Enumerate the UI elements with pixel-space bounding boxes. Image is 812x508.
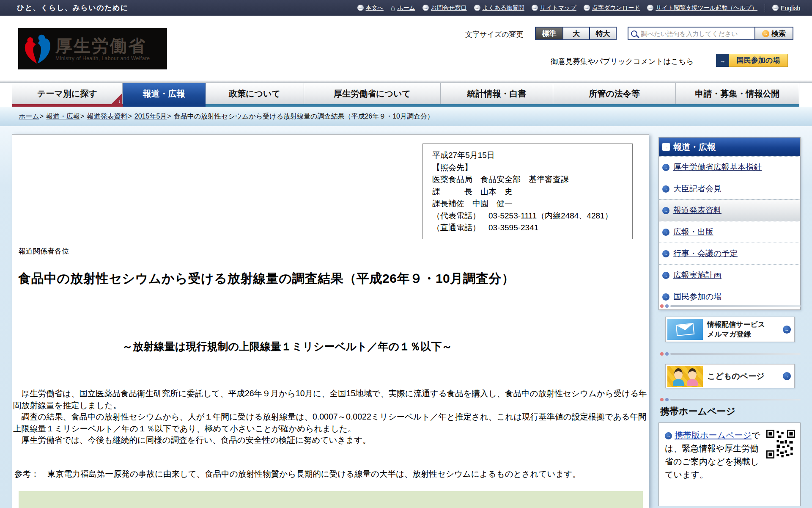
font-size-xlarge-button[interactable]: 特大	[589, 28, 616, 39]
search-box	[628, 27, 755, 40]
sidebar-separator	[660, 304, 801, 308]
tab-press-pr[interactable]: 報道・広報	[123, 83, 206, 104]
search-icon	[631, 30, 637, 37]
chevron-down-icon: ↓	[118, 98, 121, 104]
arrow-square-icon: →	[662, 143, 670, 151]
logo-subtitle: Ministry of Health, Labour and Welfare	[55, 55, 150, 61]
topbar-link-english[interactable]: → English	[772, 5, 800, 11]
arrow-circle-icon: →	[422, 5, 429, 11]
arrow-circle-icon: →	[662, 250, 669, 257]
mobile-homepage-link[interactable]: 携帯版ホームページ	[675, 431, 752, 440]
topbar-link-sitemap[interactable]: → サイトマップ	[532, 4, 576, 12]
salutation: 報道関係者各位	[19, 246, 69, 256]
envelope-icon	[667, 319, 703, 340]
sidebar-press-menu: → 報道・広報 → 厚生労働省広報基本指針 → 大臣記者会見 → 報道発表資料 …	[658, 137, 801, 310]
topbar-links: → 本文へ ⌂ ホーム → お問合せ窓口 → よくある御質問 → サイトマップ …	[357, 4, 800, 12]
breadcrumb-2015-05[interactable]: 2015年5月	[134, 112, 167, 121]
main-content-panel: 平成27年5月15日 【照会先】 医薬食品局 食品安全部 基準審査課 課 長 山…	[12, 134, 649, 508]
kids-icon	[667, 366, 703, 387]
arrow-square-icon: →	[716, 54, 729, 67]
arrow-circle-icon: →	[783, 372, 791, 380]
font-size-label: 文字サイズの変更	[465, 30, 524, 39]
public-comment-text: 御意見募集やパブリックコメントはこちら	[551, 56, 694, 66]
tab-theme-search[interactable]: テーマ別に探す ↓	[12, 83, 123, 104]
topbar-link-home[interactable]: ⌂ ホーム	[391, 4, 415, 12]
arrow-circle-icon: →	[762, 30, 769, 37]
sidebar-separator	[660, 352, 801, 356]
sidebar-item-events-schedule[interactable]: → 行事・会議の予定	[659, 243, 800, 264]
arrow-circle-icon: →	[783, 326, 791, 334]
site-header: 厚生労働省 Ministry of Health, Labour and Wel…	[0, 16, 812, 80]
press-contact-box: 平成27年5月15日 【照会先】 医薬食品局 食品安全部 基準審査課 課 長 山…	[422, 144, 633, 239]
contact-bureau: 医薬食品局 食品安全部 基準審査課	[432, 174, 630, 186]
page-subtitle: ～放射線量は現行規制の上限線量１ミリシーベルト／年の１％以下～	[12, 340, 562, 353]
release-date: 平成27年5月15日	[432, 149, 630, 162]
tab-policy[interactable]: 政策について	[206, 83, 304, 104]
body-text: 厚生労働省は、国立医薬品食品衛生研究所に委託して、平成26年９月から10月に、全…	[13, 388, 648, 446]
kids-page-banner[interactable]: こどものページ →	[665, 364, 795, 388]
sidebar-item-press-releases[interactable]: → 報道発表資料	[659, 199, 800, 221]
nav-tabs: テーマ別に探す ↓ 報道・広報 政策について 厚生労働省について 統計情報・白書…	[12, 83, 812, 104]
topbar-link-main-content[interactable]: → 本文へ	[357, 4, 384, 12]
mobile-homepage-box: →携帯版ホームページでは、緊急情報や厚生労働省のご案内などを掲載しています。	[658, 422, 801, 506]
tab-statistics[interactable]: 統計情報・白書	[441, 83, 553, 104]
mailmagazine-banner[interactable]: 情報配信サービス メルマガ登録 →	[665, 317, 795, 342]
reference-note: 参考： 東京電力福島第一原発の事故に由来して、食品中の放射性物質から長期的に受け…	[14, 468, 648, 480]
site-search: → 検索	[628, 27, 793, 40]
logo-title: 厚生労働省	[55, 36, 150, 55]
arrow-circle-icon: →	[474, 5, 480, 11]
sidebar-item-minister-press-conference[interactable]: → 大臣記者会見	[659, 178, 800, 199]
arrow-circle-icon: →	[772, 5, 779, 11]
arrow-circle-icon: →	[662, 164, 669, 171]
arrow-circle-icon: →	[532, 5, 538, 11]
topbar-link-contact[interactable]: → お問合せ窓口	[422, 4, 467, 12]
tab-about-mhlw[interactable]: 厚生労働省について	[304, 83, 441, 104]
arrow-circle-icon: →	[662, 293, 669, 301]
contact-phone-main: （代表電話） 03-5253-1111（内線2484、4281）	[432, 210, 630, 222]
font-size-switcher: 標準 大 特大	[535, 27, 617, 40]
topbar-link-braille-download[interactable]: → 点字ダウンロード	[584, 4, 640, 12]
search-input[interactable]	[640, 30, 752, 38]
contact-director: 課 長 山本 史	[432, 186, 630, 198]
contact-heading: 【照会先】	[432, 162, 630, 174]
sidebar-separator	[660, 398, 801, 401]
breadcrumb-press-releases[interactable]: 報道発表資料	[87, 112, 127, 121]
mobile-homepage-heading: 携帯ホームページ	[660, 405, 735, 418]
summary-table-header-band	[19, 491, 643, 508]
public-participation-button[interactable]: → 国民参加の場	[716, 54, 788, 67]
sidebar-menu-header: → 報道・広報	[659, 138, 800, 156]
tab-laws[interactable]: 所管の法令等	[553, 83, 676, 104]
paragraph-1: 厚生労働省は、国立医薬品食品衛生研究所に委託して、平成26年９月から10月に、全…	[13, 388, 648, 411]
breadcrumb: ホーム > 報道・広報 > 報道発表資料 > 2015年5月 > 食品中の放射性…	[0, 107, 812, 126]
arrow-circle-icon: →	[662, 207, 669, 214]
sidebar-item-pr-plan[interactable]: → 広報実施計画	[659, 264, 800, 286]
arrow-circle-icon: →	[662, 185, 669, 193]
arrow-circle-icon: →	[662, 272, 669, 279]
tab-applications[interactable]: 申請・募集・情報公開	[676, 83, 799, 104]
arrow-circle-icon: →	[662, 229, 669, 236]
topbar: ひと、くらし、みらいのために → 本文へ ⌂ ホーム → お問合せ窓口 → よく…	[0, 0, 812, 16]
sidebar-item-pr-policy[interactable]: → 厚生労働省広報基本指針	[659, 156, 800, 178]
mhlw-logo-mark-icon	[22, 33, 52, 65]
arrow-circle-icon: →	[357, 5, 364, 11]
sidebar-item-pr-publications[interactable]: → 広報・出版	[659, 221, 800, 243]
topbar-link-faq[interactable]: → よくある御質問	[474, 4, 524, 12]
site-tagline: ひと、くらし、みらいのために	[17, 3, 129, 13]
page-title: 食品中の放射性セシウムから受ける放射線量の調査結果（平成26年９・10月調査分）	[18, 270, 644, 287]
breadcrumb-press-pr[interactable]: 報道・広報	[46, 112, 80, 121]
qr-code	[766, 430, 795, 458]
paragraph-2: 調査の結果、食品中の放射性セシウムから、人が１年間に受ける放射線量は、0.000…	[13, 411, 648, 434]
arrow-circle-icon: →	[665, 432, 672, 439]
mhlw-logo[interactable]: 厚生労働省 Ministry of Health, Labour and Wel…	[18, 28, 167, 69]
global-nav: テーマ別に探す ↓ 報道・広報 政策について 厚生労働省について 統計情報・白書…	[0, 80, 812, 107]
topbar-divider	[765, 4, 765, 12]
font-size-standard-button[interactable]: 標準	[536, 28, 562, 39]
breadcrumb-current: 食品中の放射性セシウムから受ける放射線量の調査結果（平成26年９・10月調査分）	[174, 112, 434, 121]
search-button[interactable]: → 検索	[755, 27, 793, 40]
topbar-link-accessibility-tool[interactable]: → サイト閲覧支援ツール起動（ヘルプ）	[647, 4, 757, 12]
breadcrumb-home[interactable]: ホーム	[19, 112, 39, 121]
arrow-circle-icon: →	[584, 5, 590, 11]
font-size-large-button[interactable]: 大	[562, 28, 589, 39]
arrow-circle-icon: →	[647, 5, 653, 11]
contact-deputy: 課長補佐 中園 健一	[432, 198, 630, 210]
